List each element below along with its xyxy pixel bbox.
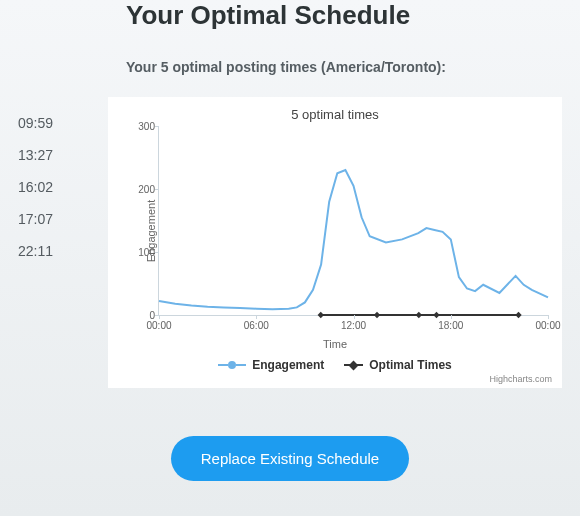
page-title: Your Optimal Schedule [126, 0, 562, 31]
legend-optimal: Optimal Times [344, 358, 451, 372]
y-tick: 100 [129, 247, 155, 258]
optimal-point [515, 312, 521, 318]
chart-svg [159, 126, 548, 315]
time-item: 09:59 [18, 115, 80, 131]
legend-engagement-label: Engagement [252, 358, 324, 372]
time-item: 22:11 [18, 243, 80, 259]
diamond-icon [349, 360, 359, 370]
replace-schedule-button[interactable]: Replace Existing Schedule [171, 436, 409, 481]
chart-card: 5 optimal times Engagement 010020030000:… [108, 97, 562, 388]
legend-engagement: Engagement [218, 358, 324, 372]
optimal-point [416, 312, 422, 318]
x-axis-label: Time [114, 338, 556, 350]
x-tick: 12:00 [341, 320, 366, 331]
optimal-point [374, 312, 380, 318]
subheading: Your 5 optimal posting times (America/To… [126, 59, 562, 75]
time-item: 17:07 [18, 211, 80, 227]
optimal-point [433, 312, 439, 318]
engagement-line [159, 170, 548, 309]
circle-icon [228, 361, 236, 369]
y-tick: 200 [129, 184, 155, 195]
time-item: 13:27 [18, 147, 80, 163]
optimal-point [318, 312, 324, 318]
y-tick: 300 [129, 121, 155, 132]
optimal-times-list: 09:59 13:27 16:02 17:07 22:11 [18, 97, 80, 259]
legend: Engagement Optimal Times [114, 358, 556, 372]
chart-credit: Highcharts.com [114, 374, 556, 384]
chart-title: 5 optimal times [114, 107, 556, 122]
plot-area: 010020030000:0006:0012:0018:0000:00 [158, 126, 548, 316]
x-tick: 00:00 [535, 320, 560, 331]
y-tick: 0 [129, 310, 155, 321]
x-tick: 00:00 [146, 320, 171, 331]
x-tick: 18:00 [438, 320, 463, 331]
time-item: 16:02 [18, 179, 80, 195]
legend-optimal-label: Optimal Times [369, 358, 451, 372]
x-tick: 06:00 [244, 320, 269, 331]
